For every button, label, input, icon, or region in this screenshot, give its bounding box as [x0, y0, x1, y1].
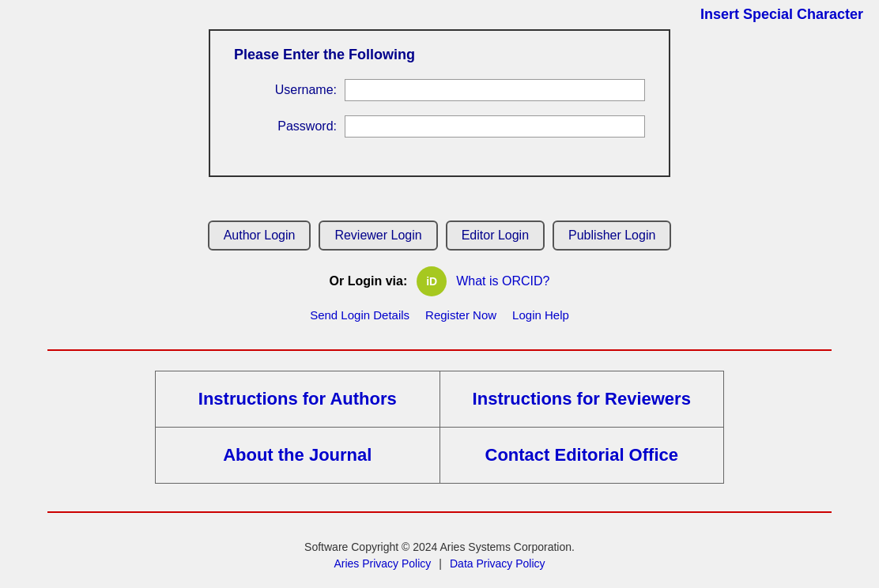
main-content: Please Enter the Following Username: Pas… [0, 29, 879, 588]
send-login-link[interactable]: Send Login Details [310, 308, 409, 322]
username-input[interactable] [345, 79, 645, 101]
info-table: Instructions for Authors Instructions fo… [155, 371, 724, 484]
form-box: Please Enter the Following Username: Pas… [209, 29, 670, 177]
login-buttons: Author Login Reviewer Login Editor Login… [208, 220, 672, 251]
footer-separator: | [439, 557, 442, 570]
login-help-link[interactable]: Login Help [512, 308, 569, 322]
top-bar: Insert Special Character [0, 0, 879, 29]
copyright-text: Software Copyright © 2024 Aries Systems … [304, 541, 575, 553]
top-divider [47, 349, 832, 351]
form-section: Please Enter the Following Username: Pas… [47, 29, 832, 578]
data-privacy-link[interactable]: Data Privacy Policy [450, 557, 545, 570]
orcid-label: Or Login via: [330, 274, 408, 288]
username-label: Username: [234, 83, 337, 97]
editor-login-button[interactable]: Editor Login [446, 220, 545, 251]
instructions-authors-cell: Instructions for Authors [156, 371, 440, 428]
about-journal-link[interactable]: About the Journal [223, 445, 372, 465]
password-input[interactable] [345, 115, 645, 138]
orcid-row: Or Login via: iD What is ORCID? [330, 266, 550, 296]
about-journal-cell: About the Journal [156, 428, 440, 484]
instructions-authors-link[interactable]: Instructions for Authors [198, 389, 397, 409]
form-title: Please Enter the Following [234, 47, 645, 63]
reviewer-login-button[interactable]: Reviewer Login [319, 220, 437, 251]
password-label: Password: [234, 119, 337, 134]
page-wrapper: Insert Special Character Please Enter th… [0, 0, 879, 588]
info-table-row-2: About the Journal Contact Editorial Offi… [156, 428, 724, 484]
footer: Software Copyright © 2024 Aries Systems … [296, 533, 583, 578]
info-table-row-1: Instructions for Authors Instructions fo… [156, 371, 724, 428]
instructions-reviewers-link[interactable]: Instructions for Reviewers [473, 389, 691, 409]
what-is-orcid-link[interactable]: What is ORCID? [456, 274, 549, 288]
password-row: Password: [234, 115, 645, 138]
privacy-policy-link[interactable]: Aries Privacy Policy [334, 557, 431, 570]
extra-links: Send Login Details Register Now Login He… [310, 308, 569, 322]
author-login-button[interactable]: Author Login [208, 220, 311, 251]
orcid-icon[interactable]: iD [417, 266, 447, 296]
username-row: Username: [234, 79, 645, 101]
instructions-reviewers-cell: Instructions for Reviewers [440, 371, 724, 428]
contact-editorial-cell: Contact Editorial Office [440, 428, 724, 484]
footer-links: Aries Privacy Policy | Data Privacy Poli… [304, 557, 575, 570]
contact-editorial-link[interactable]: Contact Editorial Office [485, 445, 678, 465]
publisher-login-button[interactable]: Publisher Login [553, 220, 671, 251]
insert-special-link[interactable]: Insert Special Character [700, 6, 863, 23]
bottom-divider [47, 511, 832, 513]
register-link[interactable]: Register Now [425, 308, 496, 322]
